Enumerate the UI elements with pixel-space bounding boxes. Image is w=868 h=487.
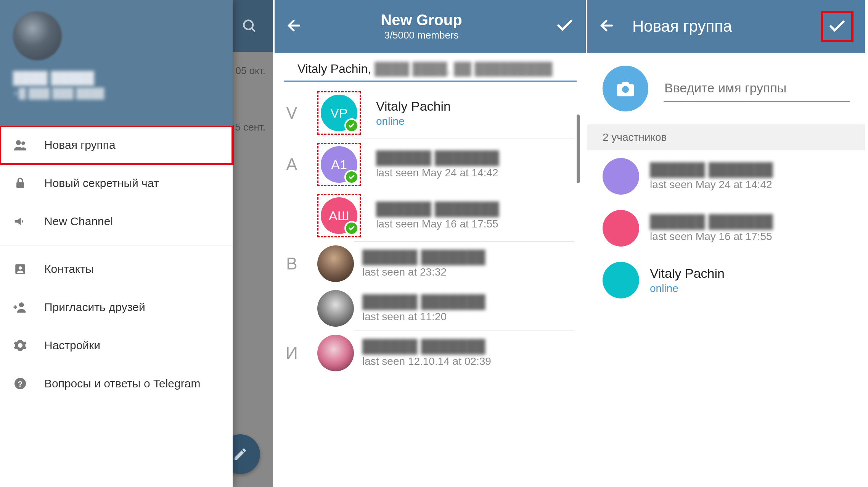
group-photo-button[interactable] <box>603 66 648 111</box>
avatar-wrap: АШ <box>317 194 361 237</box>
contact-avatar: VP <box>321 95 357 131</box>
menu-faq[interactable]: ? Вопросы и ответы о Telegram <box>0 364 233 403</box>
contact-status: last seen 12.10.14 at 02:39 <box>362 355 574 368</box>
member-status: last seen May 16 at 17:55 <box>650 231 850 243</box>
screen-select-members: New Group 3/5000 members Vitaly Pachin, … <box>275 0 587 487</box>
contact-avatar: А1 <box>321 146 357 183</box>
avatar-wrap <box>317 245 354 282</box>
avatar-wrap <box>317 335 354 371</box>
menu-new-channel[interactable]: New Channel <box>0 202 233 240</box>
contact-status: last seen at 23:32 <box>362 266 574 278</box>
scrollbar[interactable] <box>577 114 580 183</box>
contact-name: ██████ ███████ <box>362 339 574 354</box>
menu-contacts[interactable]: Контакты <box>0 250 233 288</box>
profile-avatar[interactable] <box>13 11 62 60</box>
contact-info: ██████ ███████last seen at 23:32 <box>362 250 574 278</box>
contact-status: last seen May 16 at 17:55 <box>376 218 574 230</box>
back-icon[interactable] <box>599 17 616 35</box>
screen-group-name: Новая группа 2 участников ██████ ███████… <box>587 0 866 487</box>
contact-info: ██████ ███████last seen at 11:20 <box>362 294 574 323</box>
navigation-drawer: ████ █████ +█ ███ ███ ████ Новая группа … <box>0 0 233 487</box>
gear-icon <box>13 338 27 353</box>
member-info: Vitaly Pachinonline <box>650 266 850 295</box>
menu-invite-friends[interactable]: Пригласить друзей <box>0 288 233 326</box>
contact-info: Vitaly Pachinonline <box>376 99 574 127</box>
megaphone-icon <box>13 214 27 229</box>
contact-icon <box>13 262 27 276</box>
chat-date: 05 окт. <box>235 65 265 77</box>
topbar: Новая группа <box>587 0 865 53</box>
group-name-input[interactable] <box>664 75 850 102</box>
member-row[interactable]: ██████ ███████last seen May 16 at 17:55 <box>587 202 865 254</box>
menu-label: Контакты <box>44 263 94 276</box>
profile-phone: +█ ███ ███ ████ <box>13 87 220 99</box>
help-icon: ? <box>13 376 27 391</box>
menu-settings[interactable]: Настройки <box>0 326 233 364</box>
group-icon <box>13 138 27 152</box>
contact-row[interactable]: В██████ ███████last seen at 23:32 <box>275 242 586 286</box>
section-letter: В <box>275 254 309 273</box>
contact-name: ██████ ███████ <box>376 202 574 216</box>
screen-drawer: 05 окт. 5 сент. ████ █████ +█ ███ ███ ██… <box>0 0 275 487</box>
selected-name-text: Vitaly Pachin, <box>297 62 375 76</box>
menu-label: Новая группа <box>44 139 116 152</box>
svg-rect-4 <box>16 182 24 188</box>
contact-row[interactable]: И██████ ███████last seen 12.10.14 at 02:… <box>275 331 586 375</box>
selected-names[interactable]: Vitaly Pachin, ████ ████, ██ █████████ <box>284 53 577 82</box>
svg-text:?: ? <box>18 379 23 388</box>
drawer-menu: Новая группа Новый секретный чат New Cha… <box>0 126 233 487</box>
confirm-icon[interactable] <box>555 16 574 37</box>
contact-info: ██████ ███████last seen May 16 at 17:55 <box>376 202 574 230</box>
title-block: New Group 3/5000 members <box>299 11 544 41</box>
svg-point-7 <box>19 302 24 307</box>
contact-status: online <box>376 115 574 127</box>
avatar-wrap: VP <box>317 91 361 135</box>
lock-icon <box>13 176 27 190</box>
svg-point-0 <box>244 20 253 29</box>
selected-name-blurred: ████ ████, ██ █████████ <box>375 62 552 76</box>
topbar: New Group 3/5000 members <box>275 0 586 53</box>
selected-check-icon <box>344 170 359 184</box>
section-letter: V <box>275 103 309 123</box>
contact-name: ██████ ███████ <box>362 294 574 309</box>
contact-row[interactable]: XАШ██████ ███████last seen May 16 at 17:… <box>275 190 586 241</box>
menu-label: New Channel <box>44 215 113 228</box>
contact-row[interactable]: VVPVitaly Pachinonline <box>275 87 586 139</box>
svg-point-10 <box>622 86 629 93</box>
contact-name: ██████ ███████ <box>362 250 574 264</box>
contact-name: ██████ ███████ <box>376 150 574 165</box>
search-icon[interactable] <box>241 18 258 34</box>
contact-row[interactable]: X██████ ███████last seen at 11:20 <box>275 286 586 331</box>
contact-status: last seen at 11:20 <box>362 311 574 323</box>
contact-row[interactable]: AА1██████ ███████last seen May 24 at 14:… <box>275 139 586 190</box>
member-row[interactable]: Vitaly Pachinonline <box>587 254 865 306</box>
section-letter: И <box>275 343 309 363</box>
contact-avatar <box>317 245 354 282</box>
selected-check-icon <box>344 221 359 235</box>
avatar-wrap <box>317 290 354 327</box>
member-info: ██████ ███████last seen May 16 at 17:55 <box>650 214 850 243</box>
menu-new-group[interactable]: Новая группа <box>0 126 233 164</box>
contact-info: ██████ ███████last seen May 24 at 14:42 <box>376 150 574 179</box>
menu-label: Настройки <box>44 339 100 352</box>
member-avatar <box>603 158 639 195</box>
chat-date: 5 сент. <box>235 121 265 133</box>
svg-line-1 <box>252 28 255 32</box>
contacts-list: VVPVitaly PachinonlineAА1██████ ███████l… <box>275 82 586 375</box>
drawer-header: ████ █████ +█ ███ ███ ████ <box>0 0 233 126</box>
member-status: online <box>650 282 850 295</box>
member-avatar <box>603 262 639 298</box>
svg-point-6 <box>19 266 22 270</box>
menu-new-secret-chat[interactable]: Новый секретный чат <box>0 164 233 202</box>
menu-label: Вопросы и ответы о Telegram <box>44 377 200 390</box>
member-row[interactable]: ██████ ███████last seen May 24 at 14:42 <box>587 150 865 202</box>
member-name: ██████ ███████ <box>650 214 850 229</box>
confirm-button-highlighted[interactable] <box>821 11 854 42</box>
selected-check-icon <box>344 118 359 133</box>
contact-avatar <box>317 290 354 327</box>
profile-name: ████ █████ <box>13 71 220 85</box>
member-info: ██████ ███████last seen May 24 at 14:42 <box>650 162 850 191</box>
svg-point-3 <box>21 142 25 145</box>
menu-label: Новый секретный чат <box>44 177 159 190</box>
group-setup-row <box>587 53 865 124</box>
